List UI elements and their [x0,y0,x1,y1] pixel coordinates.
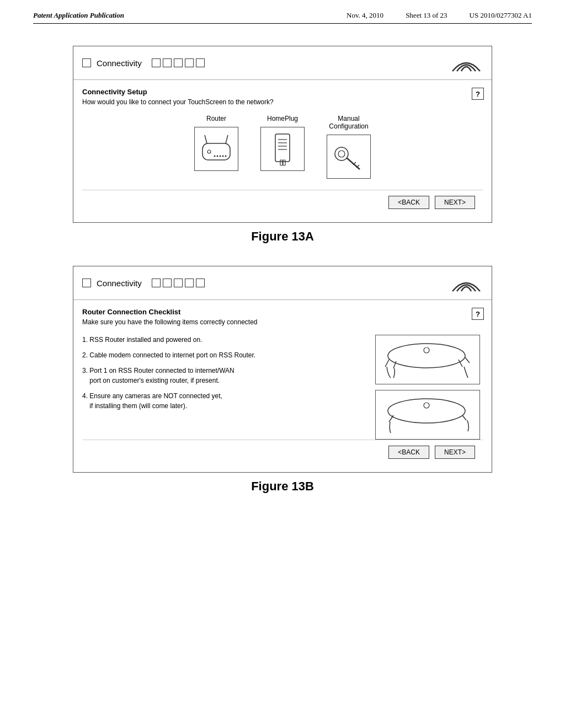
figure-13b-panel: Connectivity ? Router Connection Checkli… [73,266,492,473]
router-icon [197,130,236,168]
svg-point-1 [207,150,211,153]
help-button-13b[interactable]: ? [472,308,484,320]
checklist-right [372,335,483,440]
manual-config-label: Manual Configuration [329,115,368,130]
step-boxes [152,58,205,67]
checklist-left: 1. RSS Router installed and powered on. … [82,335,364,440]
homeplug-option[interactable]: HomePlug [260,115,305,179]
section-title-13b: Router Connection Checklist [82,308,483,316]
figure-13a-panel: Connectivity ? Connectivity Setup H [73,46,492,223]
back-button-13b[interactable]: <BACK [388,446,429,459]
svg-point-17 [338,151,345,157]
svg-line-30 [462,415,466,420]
step-boxes-13b [152,279,205,287]
svg-point-5 [222,156,224,157]
router-option[interactable]: Router [194,115,238,179]
next-button-13b[interactable]: NEXT> [435,446,475,459]
header-right: Nov. 4, 2010 Sheet 13 of 23 US 2010/0277… [347,11,532,20]
header-date: Nov. 4, 2010 [347,11,383,20]
step-box-13b-1 [152,279,161,287]
checklist-item-2: 2. Cable modem connected to internet por… [82,350,364,360]
step-box-13b-4 [185,279,194,287]
checklist-item-3: 3. Port 1 on RSS Router connected to int… [82,366,364,386]
next-button-13a[interactable]: NEXT> [435,196,475,209]
checklist-item-1: 1. RSS Router installed and powered on. [82,335,364,345]
step-box-13b-2 [163,279,172,287]
step-box-1 [152,58,161,67]
section-desc-13b: Make sure you have the following items c… [82,318,483,326]
svg-rect-14 [280,160,282,165]
header-sheet: Sheet 13 of 23 [406,11,447,20]
panel-13b-footer: <BACK NEXT> [82,440,483,464]
svg-line-22 [385,360,389,367]
step-box-13b-3 [174,279,183,287]
svg-line-18 [347,158,360,169]
homeplug-icon [263,130,302,168]
help-button-13a[interactable]: ? [472,88,484,100]
svg-point-6 [225,156,227,157]
wifi-icon [450,52,483,74]
figure-13a-caption: Figure 13A [33,229,532,244]
svg-rect-15 [283,160,285,165]
manual-config-option[interactable]: Manual Configuration [327,115,371,179]
patent-title: Patent Application Publication [33,11,124,20]
page-header: Patent Application Publication Nov. 4, 2… [33,11,532,24]
homeplug-label: HomePlug [267,115,298,122]
connectivity-checkbox-13b[interactable] [82,279,91,287]
wifi-icon-13b [450,272,483,294]
step-box-13b-5 [196,279,205,287]
svg-rect-9 [275,134,290,162]
step-box-4 [185,58,194,67]
svg-point-28 [424,403,429,408]
figure-13b-block: Connectivity ? Router Connection Checkli… [33,266,532,494]
panel-13a-header: Connectivity [73,46,492,80]
panel-13b-content: ? Router Connection Checklist Make sure … [73,300,492,472]
manual-config-icon [329,137,368,176]
diagram-top [375,335,480,384]
section-title-13a: Connectivity Setup [82,88,483,96]
svg-rect-0 [202,143,230,160]
panel-13a-footer: <BACK NEXT> [82,190,483,215]
connectivity-checkbox[interactable] [82,58,91,67]
manual-config-icon-box[interactable] [327,135,371,179]
svg-line-8 [226,135,228,143]
checklist-content: 1. RSS Router installed and powered on. … [82,335,483,440]
connectivity-label-13b: Connectivity [97,279,142,288]
step-box-5 [196,58,205,67]
step-box-2 [163,58,172,67]
svg-line-7 [205,135,207,143]
figure-13b-caption: Figure 13B [33,479,532,494]
back-button-13a[interactable]: <BACK [388,196,429,209]
svg-point-4 [220,156,221,157]
svg-point-3 [217,156,218,157]
section-desc-13a: How would you like to connect your Touch… [82,98,483,106]
header-patent-number: US 2010/0277302 A1 [470,11,532,20]
router-label: Router [206,115,226,122]
router-icon-box[interactable] [194,127,238,171]
svg-line-25 [465,357,470,363]
homeplug-icon-box[interactable] [260,127,305,171]
svg-point-26 [424,347,429,353]
checklist-item-4: 4. Ensure any cameras are NOT connected … [82,391,364,411]
figure-13a-block: Connectivity ? Connectivity Setup H [33,46,532,244]
svg-point-2 [214,156,216,157]
step-box-3 [174,58,183,67]
panel-13b-header: Connectivity [73,266,492,300]
svg-point-16 [335,147,348,160]
panel-13a-content: ? Connectivity Setup How would you like … [73,80,492,222]
diagram-bottom [375,390,480,440]
connectivity-label: Connectivity [97,58,142,68]
options-row: Router [82,115,483,179]
